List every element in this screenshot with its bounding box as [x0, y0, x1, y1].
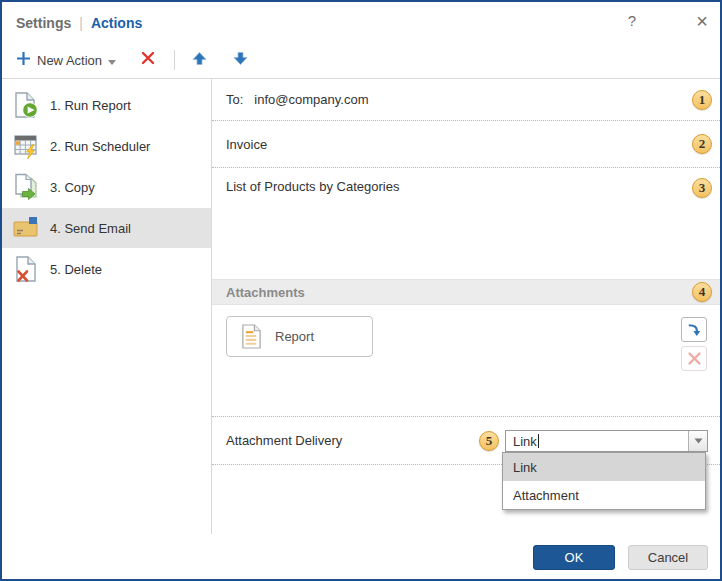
step-badge-2: 2 — [692, 134, 712, 154]
toolbar: New Action — [2, 42, 720, 79]
attachments-title: Attachments — [226, 285, 305, 300]
sidebar-item-label: 5. Delete — [50, 262, 102, 277]
toolbar-separator — [174, 50, 175, 70]
attachment-delivery-combobox[interactable]: Link — [505, 430, 708, 452]
email-subject-field[interactable]: Invoice 2 — [212, 121, 720, 168]
attachment-delivery-label: Attachment Delivery — [226, 433, 342, 448]
delete-action-button[interactable] — [136, 47, 160, 73]
help-icon[interactable]: ? — [628, 11, 636, 31]
dropdown-option-attachment[interactable]: Attachment — [503, 481, 705, 509]
step-badge-5: 5 — [479, 431, 499, 451]
action-list: 1. Run Report 2. Run Scheduler — [2, 79, 212, 534]
body-value: List of Products by Categories — [226, 179, 399, 194]
titlebar: Settings|Actions ? × — [2, 2, 720, 42]
sidebar-item-label: 3. Copy — [50, 180, 95, 195]
report-document-icon — [240, 323, 263, 350]
remove-x-icon — [686, 350, 703, 367]
curved-down-arrow-icon — [685, 321, 703, 338]
tab-actions[interactable]: Actions — [91, 15, 142, 31]
sidebar-item-run-report[interactable]: 1. Run Report — [2, 85, 211, 125]
step-badge-3: 3 — [692, 178, 712, 198]
subject-value: Invoice — [226, 137, 267, 152]
tab-settings[interactable]: Settings — [16, 15, 71, 31]
email-to-field[interactable]: To: info@company.com 1 — [212, 79, 720, 121]
combobox-dropdown-button[interactable] — [688, 431, 707, 451]
sidebar-item-delete[interactable]: 5. Delete — [2, 249, 211, 289]
to-value: info@company.com — [254, 92, 368, 107]
step-badge-4: 4 — [692, 282, 712, 302]
cancel-button[interactable]: Cancel — [628, 545, 708, 570]
delete-icon — [12, 255, 40, 283]
send-email-icon — [12, 214, 40, 242]
move-up-button[interactable] — [187, 48, 212, 73]
ok-button[interactable]: OK — [533, 545, 615, 570]
copy-icon — [12, 173, 40, 201]
sidebar-item-send-email[interactable]: 4. Send Email — [2, 208, 211, 248]
attachment-remove-button[interactable] — [681, 346, 707, 371]
close-icon[interactable]: × — [696, 11, 708, 31]
delete-x-icon — [140, 50, 156, 70]
sidebar-item-label: 4. Send Email — [50, 221, 131, 236]
arrow-up-icon — [191, 51, 208, 70]
settings-actions-dialog: Settings|Actions ? × New Action — [0, 0, 722, 581]
attachments-list-area: Report — [212, 305, 720, 417]
sidebar-item-label: 2. Run Scheduler — [50, 139, 150, 154]
run-scheduler-icon — [12, 132, 40, 160]
chevron-down-icon — [108, 51, 116, 69]
sidebar-item-run-scheduler[interactable]: 2. Run Scheduler — [2, 126, 211, 166]
to-label: To: — [226, 92, 243, 107]
attachments-section-header: Attachments 4 — [212, 279, 720, 305]
new-action-label: New Action — [37, 53, 102, 68]
sidebar-item-label: 1. Run Report — [50, 98, 131, 113]
dialog-footer: OK Cancel — [2, 534, 720, 579]
text-cursor — [538, 434, 539, 448]
combobox-value[interactable]: Link — [506, 434, 688, 449]
arrow-down-icon — [232, 51, 249, 70]
attachment-item-report[interactable]: Report — [226, 316, 373, 357]
combobox-arrow-icon — [694, 438, 703, 444]
plus-icon — [16, 51, 31, 70]
move-down-button[interactable] — [228, 48, 253, 73]
delivery-dropdown-list: Link Attachment — [502, 452, 706, 510]
new-action-button[interactable]: New Action — [12, 48, 120, 73]
step-badge-1: 1 — [692, 90, 712, 110]
tab-divider: | — [79, 15, 83, 31]
sidebar-item-copy[interactable]: 3. Copy — [2, 167, 211, 207]
email-body-field[interactable]: List of Products by Categories 3 — [212, 168, 720, 279]
attachment-insert-button[interactable] — [681, 317, 707, 342]
run-report-icon — [12, 91, 40, 119]
dropdown-option-link[interactable]: Link — [503, 453, 705, 481]
attachment-name: Report — [275, 329, 314, 344]
